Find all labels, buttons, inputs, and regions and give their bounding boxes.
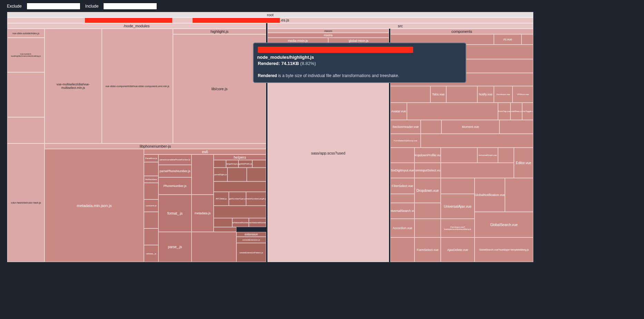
node-get-number-type[interactable]: getNumberType.js (229, 192, 246, 206)
node-es6[interactable]: es6 (144, 149, 266, 154)
node-find-numbers[interactable]: findNumbers (144, 176, 158, 183)
node-universalsearch[interactable]: UniversalSearch.vue (390, 203, 414, 219)
node-components[interactable]: components (390, 29, 533, 34)
node-comp-r7b[interactable] (499, 120, 533, 134)
node-lib-core[interactable]: lib/core.js (173, 34, 266, 143)
node-parse-phone[interactable]: parsePhoneNumber.js (158, 165, 192, 177)
node-validate[interactable]: validate_.js (144, 245, 158, 262)
node-helper-a[interactable] (214, 160, 226, 168)
node-tiny-c[interactable] (144, 212, 158, 228)
node-es6-gap[interactable] (192, 154, 214, 195)
node-formselect-vue[interactable]: FormSelect.vue (414, 237, 441, 262)
node-forminput-vue[interactable]: FormInput.vue (494, 86, 513, 103)
node-parse-incomplete[interactable]: parseIncompletePhoneNumber.js (158, 154, 192, 165)
node-get-idd[interactable]: getIddPrefix.js (238, 160, 252, 168)
node-extension[interactable]: extension (236, 232, 266, 237)
node-comp-r9a[interactable] (390, 148, 414, 163)
node-strip-national[interactable]: stripNationalNumber.js (232, 218, 249, 227)
node-highlight[interactable]: highlight.js (173, 29, 266, 34)
node-globalsearch-vue[interactable]: GlobalSearch.vue (475, 212, 533, 237)
node-parse-error[interactable]: ParseError.js (144, 154, 158, 162)
node-libphonenumber[interactable]: libphonenumber-js (45, 143, 266, 149)
node-extract-national[interactable]: extractNationalNumber.js (249, 218, 266, 227)
node-helper-row2[interactable] (214, 206, 266, 218)
treemap-chart[interactable]: root .es.js /node_modules src vue-click-… (7, 12, 534, 262)
node-helper-d[interactable] (247, 168, 266, 181)
node-constants[interactable]: constants.js (144, 199, 158, 212)
node-comp-r6a[interactable] (407, 103, 498, 120)
node-metadata-min[interactable]: metadata.min.json.js (45, 149, 144, 262)
node-universalajax[interactable]: UniversalAjax.vue (441, 194, 475, 219)
node-vue-multiselect[interactable]: vue-multiselect/dist/vue-multiselect.min… (45, 29, 102, 143)
node-extract-extension[interactable]: extractExtension.js (236, 237, 266, 243)
node-sectionheader-vue[interactable]: SectionHeader.vue (390, 120, 421, 134)
node-comp-r7a[interactable] (421, 120, 441, 134)
node-root[interactable]: root (7, 12, 533, 18)
node-vue-content-loading[interactable]: vue-content-loading/dist/vuecontentloadi… (7, 38, 45, 72)
node-moment-vue[interactable]: Moment.vue (441, 120, 499, 134)
exclude-input[interactable] (27, 3, 80, 10)
node-tiny-a[interactable] (144, 162, 158, 176)
node-comp-r11a[interactable] (441, 178, 475, 194)
node-dropdown-vue[interactable]: Dropdown.vue (414, 178, 441, 203)
node-classes[interactable]: classes (267, 29, 389, 33)
node-es6-fill[interactable] (192, 232, 236, 262)
node-forminputselect[interactable]: FormInputSelect.vue (414, 163, 441, 178)
node-comp-r9b[interactable] (441, 148, 477, 163)
node-avatar-vue[interactable]: Avatar.vue (390, 103, 407, 120)
node-parse[interactable]: parse_.js (158, 232, 192, 262)
node-ajaxdelete-vue[interactable]: AjaxDelete.vue (441, 237, 475, 262)
node-dropdownprofile[interactable]: DropdownProfile.vue (414, 148, 441, 163)
node-node-modules[interactable]: /node_modules (7, 23, 266, 29)
node-helper-c[interactable] (227, 168, 247, 181)
node-tiny-b[interactable] (144, 183, 158, 199)
node-comp-r5b[interactable] (446, 86, 477, 103)
node-comp-r14a[interactable] (390, 237, 414, 262)
node-parse-digits[interactable]: parseDigits.js (214, 168, 227, 181)
node-tiny-lib[interactable] (7, 72, 45, 117)
node-universalgraph[interactable]: UniversalGraph.vue (477, 148, 498, 163)
node-globalnotification[interactable]: GlobalNotification.vue (475, 178, 505, 212)
node-vpsicon-vue[interactable]: VPSIcon.vue (513, 86, 533, 103)
node-mixins[interactable]: mixins (267, 33, 389, 38)
node-comp-r1a[interactable] (521, 34, 533, 45)
node-comp-r12pad[interactable] (390, 194, 414, 203)
node-activetoggle-vue[interactable]: ActiveToggle.vue (522, 103, 533, 120)
node-create-ext-pattern[interactable]: createExtensionPattern.js (236, 243, 266, 262)
node-color-hash[interactable]: color-hash/dist/color-hash.js (7, 143, 45, 262)
node-comp-r13a[interactable] (414, 219, 441, 237)
node-sixdigitinput[interactable]: SixDigitInput.vue (390, 163, 414, 178)
node-globalsearch-tpl[interactable]: GlobalSearch.vue?vue&type=template&lang.… (475, 237, 533, 262)
node-notify-vue[interactable]: Notify.vue (477, 86, 494, 103)
node-rfc3966[interactable]: RFC3966.js (214, 192, 229, 206)
node-comp-r12a[interactable] (414, 203, 441, 219)
node-helper-e[interactable] (214, 218, 232, 227)
node-comp-r5a[interactable] (390, 86, 430, 103)
node-es-js[interactable]: .es.js (7, 18, 533, 23)
node-comp-r11b[interactable] (505, 178, 533, 212)
node-forminput-loadspecs[interactable]: FormInput.vue?loadspecscomponent&lang.js (441, 219, 475, 237)
node-modalbase-vue[interactable]: ModalBase.vue (510, 103, 522, 120)
node-formtag-vue[interactable]: FormTag.vue (498, 103, 510, 120)
node-accordion-vue[interactable]: Accordion.vue (390, 219, 414, 237)
node-src[interactable]: src (267, 23, 533, 29)
node-at-vue[interactable]: At.vue (494, 34, 521, 45)
node-vue-slider[interactable]: vue-slider-component/dist/vue-slider-com… (102, 29, 173, 143)
node-filterselect[interactable]: FilterSelect.vue (390, 178, 414, 194)
node-comp-r10a[interactable] (441, 163, 514, 178)
node-helpers[interactable]: helpers (214, 154, 266, 160)
node-helper-b[interactable] (252, 160, 266, 168)
node-formselectoptgroup[interactable]: FormSelectOptGroup.vue (390, 134, 421, 148)
node-helper-f[interactable] (214, 227, 236, 232)
node-tiny-d[interactable] (144, 228, 158, 245)
node-metadata-js[interactable]: metadata.js (192, 195, 214, 232)
node-phone-number[interactable]: PhoneNumber.js (158, 177, 192, 195)
node-vue-click-outside[interactable]: vue-click-outside/index.js (7, 29, 45, 38)
node-format[interactable]: format_.js (158, 195, 192, 232)
node-comp-r9c[interactable] (498, 148, 514, 163)
node-editor-vue[interactable]: Editor.vue (514, 148, 533, 178)
include-input[interactable] (103, 3, 157, 10)
node-tabs-vue[interactable]: Tabs.vue (430, 86, 446, 103)
node-tiny-lib2[interactable] (7, 117, 45, 143)
node-helper-row[interactable] (214, 181, 266, 192)
